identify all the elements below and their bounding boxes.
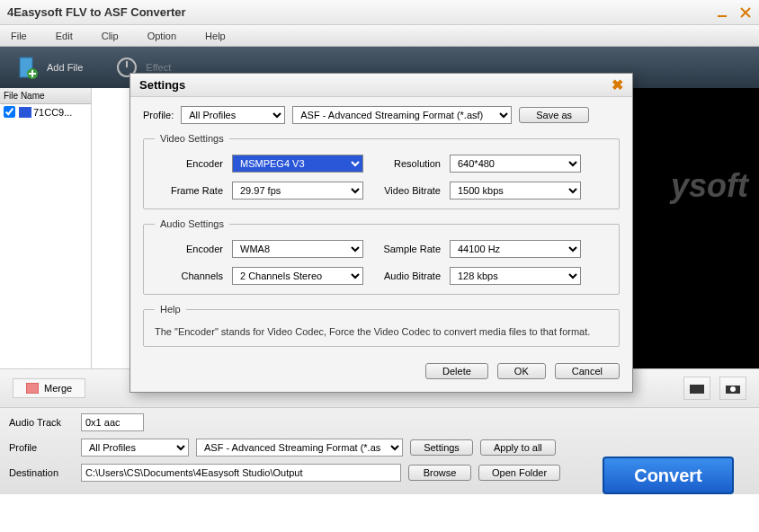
svg-rect-11 (690, 385, 704, 394)
sample-rate-select[interactable]: 44100 Hz (450, 240, 581, 258)
svg-point-13 (730, 386, 736, 392)
merge-button[interactable]: Merge (13, 378, 85, 398)
frame-rate-label: Frame Rate (155, 185, 223, 196)
file-list-row[interactable]: 71CC9... (0, 104, 91, 120)
view-icon-button[interactable] (683, 377, 710, 400)
snapshot-icon-button[interactable] (719, 377, 746, 400)
audio-bitrate-select[interactable]: 128 kbps (450, 267, 581, 285)
help-legend: Help (155, 304, 186, 315)
resolution-select[interactable]: 640*480 (450, 155, 581, 173)
menu-clip[interactable]: Clip (102, 31, 119, 41)
add-file-icon (16, 56, 40, 79)
add-file-label: Add File (47, 62, 83, 73)
merge-icon (26, 383, 39, 394)
destination-label: Destination (9, 467, 74, 478)
menu-file[interactable]: File (11, 31, 27, 41)
help-text: The "Encoder" stands for Video Codec, Fo… (155, 325, 608, 339)
audio-settings-fieldset: Audio Settings Encoder WMA8 Sample Rate … (143, 218, 620, 295)
audio-encoder-select[interactable]: WMA8 (232, 240, 363, 258)
channels-label: Channels (155, 270, 223, 281)
settings-dialog: Settings ✖ Profile: All Profiles ASF - A… (129, 73, 633, 393)
video-encoder-label: Encoder (155, 158, 223, 169)
profile-group-select[interactable]: All Profiles (81, 439, 189, 457)
destination-field[interactable] (81, 464, 401, 482)
audio-track-label: Audio Track (9, 417, 74, 428)
video-encoder-select[interactable]: MSMPEG4 V3 (232, 155, 363, 173)
dialog-close-icon[interactable]: ✖ (612, 76, 623, 93)
video-file-icon (19, 107, 31, 118)
file-checkbox[interactable] (4, 106, 15, 118)
convert-button[interactable]: Convert (603, 457, 734, 494)
audio-settings-legend: Audio Settings (155, 218, 229, 229)
file-list: File Name 71CC9... (0, 88, 92, 368)
browse-button[interactable]: Browse (408, 465, 471, 481)
svg-rect-10 (26, 383, 39, 394)
file-list-header: File Name (0, 88, 91, 104)
delete-button[interactable]: Delete (425, 363, 488, 379)
dialog-profile-label: Profile: (143, 110, 174, 120)
video-settings-fieldset: Video Settings Encoder MSMPEG4 V3 Resolu… (143, 133, 620, 209)
add-file-button[interactable]: Add File (16, 56, 83, 79)
help-fieldset: Help The "Encoder" stands for Video Code… (143, 304, 620, 347)
minimize-icon[interactable] (716, 6, 728, 19)
brand-watermark: ysoft (671, 167, 748, 205)
audio-encoder-label: Encoder (155, 244, 223, 254)
dialog-title: Settings (139, 78, 185, 92)
folder-icon (690, 383, 704, 394)
merge-label: Merge (44, 383, 72, 394)
menu-help[interactable]: Help (205, 31, 226, 41)
frame-rate-select[interactable]: 29.97 fps (232, 182, 363, 200)
audio-track-field[interactable] (81, 413, 144, 431)
resolution-label: Resolution (372, 158, 441, 169)
open-folder-button[interactable]: Open Folder (478, 465, 560, 481)
camera-icon (726, 383, 740, 394)
close-icon[interactable] (739, 6, 752, 19)
menu-option[interactable]: Option (147, 31, 176, 41)
save-as-button[interactable]: Save as (519, 107, 589, 123)
apply-all-button[interactable]: Apply to all (480, 439, 556, 456)
menu-edit[interactable]: Edit (56, 31, 73, 41)
titlebar: 4Easysoft FLV to ASF Converter (0, 0, 759, 25)
channels-select[interactable]: 2 Channels Stereo (232, 267, 363, 285)
ok-button[interactable]: OK (497, 363, 546, 379)
cancel-button[interactable]: Cancel (555, 363, 620, 379)
file-name: 71CC9... (33, 107, 72, 118)
profile-label: Profile (9, 442, 74, 453)
menubar: File Edit Clip Option Help (0, 25, 759, 47)
video-bitrate-label: Video Bitrate (372, 185, 441, 196)
profile-select[interactable]: ASF - Advanced Streaming Format (*.as (196, 439, 403, 457)
effect-label: Effect (146, 62, 171, 73)
sample-rate-label: Sample Rate (372, 244, 441, 254)
window-title: 4Easysoft FLV to ASF Converter (7, 5, 186, 19)
video-settings-legend: Video Settings (155, 133, 229, 144)
audio-bitrate-label: Audio Bitrate (372, 270, 441, 281)
settings-button[interactable]: Settings (410, 439, 473, 456)
dialog-titlebar: Settings ✖ (130, 74, 632, 97)
dialog-profile-group-select[interactable]: All Profiles (181, 106, 285, 124)
dialog-profile-select[interactable]: ASF - Advanced Streaming Format (*.asf) (292, 106, 512, 124)
video-bitrate-select[interactable]: 1500 kbps (450, 182, 581, 200)
svg-rect-9 (19, 107, 31, 118)
